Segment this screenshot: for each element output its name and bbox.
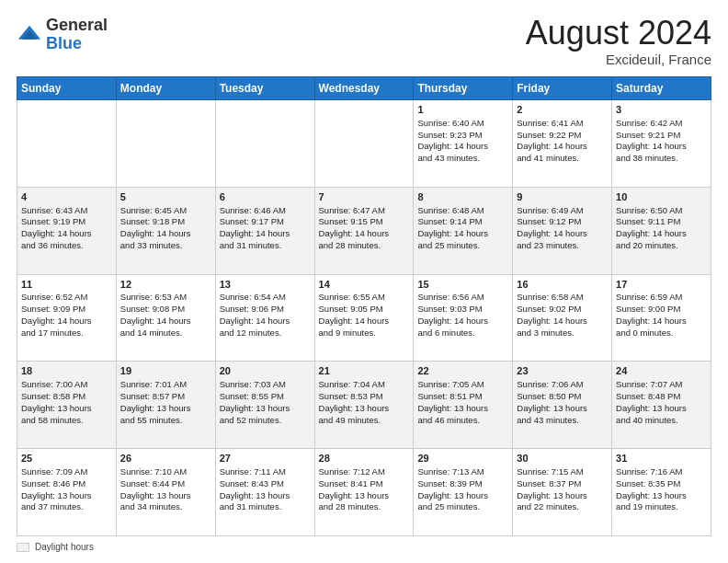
day-number: 19 [120,364,211,378]
table-row: 24Sunrise: 7:07 AMSunset: 8:48 PMDayligh… [612,362,711,449]
table-row: 12Sunrise: 6:53 AMSunset: 9:08 PMDayligh… [116,274,215,362]
table-row: 21Sunrise: 7:04 AMSunset: 8:53 PMDayligh… [314,362,414,449]
day-number: 26 [120,452,211,465]
day-number: 30 [517,452,608,465]
day-number: 27 [220,452,311,465]
day-info: Sunrise: 6:56 AMSunset: 9:03 PMDaylight:… [417,292,508,339]
day-number: 28 [319,452,410,465]
table-row: 30Sunrise: 7:15 AMSunset: 8:37 PMDayligh… [513,449,612,536]
table-row: 22Sunrise: 7:05 AMSunset: 8:51 PMDayligh… [414,362,513,449]
day-number: 31 [616,452,707,465]
col-thursday: Thursday [414,77,513,100]
day-info: Sunrise: 7:16 AMSunset: 8:35 PMDaylight:… [616,466,707,513]
day-info: Sunrise: 7:00 AMSunset: 8:58 PMDaylight:… [21,379,112,426]
day-info: Sunrise: 6:42 AMSunset: 9:21 PMDaylight:… [616,118,707,165]
calendar-week-row: 11Sunrise: 6:52 AMSunset: 9:09 PMDayligh… [17,274,711,362]
logo-blue-text: Blue [46,34,82,52]
col-saturday: Saturday [612,77,711,100]
header: General Blue August 2024 Excideuil, Fran… [17,17,711,67]
table-row: 26Sunrise: 7:10 AMSunset: 8:44 PMDayligh… [116,449,215,536]
day-info: Sunrise: 7:12 AMSunset: 8:41 PMDaylight:… [319,466,410,513]
table-row: 25Sunrise: 7:09 AMSunset: 8:46 PMDayligh… [17,449,117,536]
day-number: 3 [616,103,707,117]
day-number: 22 [417,364,508,378]
month-title: August 2024 [526,17,711,50]
day-number: 2 [517,103,608,117]
table-row: 28Sunrise: 7:12 AMSunset: 8:41 PMDayligh… [314,449,414,536]
day-info: Sunrise: 6:54 AMSunset: 9:06 PMDaylight:… [220,292,311,339]
table-row: 10Sunrise: 6:50 AMSunset: 9:11 PMDayligh… [612,187,711,274]
day-info: Sunrise: 6:47 AMSunset: 9:15 PMDaylight:… [319,205,410,252]
table-row: 17Sunrise: 6:59 AMSunset: 9:00 PMDayligh… [612,274,711,362]
table-row: 31Sunrise: 7:16 AMSunset: 8:35 PMDayligh… [612,449,711,536]
table-row: 8Sunrise: 6:48 AMSunset: 9:14 PMDaylight… [414,187,513,274]
day-number: 14 [319,278,410,292]
day-number: 4 [21,190,112,204]
table-row: 14Sunrise: 6:55 AMSunset: 9:05 PMDayligh… [314,274,414,362]
table-row: 15Sunrise: 6:56 AMSunset: 9:03 PMDayligh… [414,274,513,362]
table-row: 23Sunrise: 7:06 AMSunset: 8:50 PMDayligh… [513,362,612,449]
table-row: 4Sunrise: 6:43 AMSunset: 9:19 PMDaylight… [17,187,117,274]
day-info: Sunrise: 7:06 AMSunset: 8:50 PMDaylight:… [517,379,608,426]
logo: General Blue [17,17,108,53]
day-info: Sunrise: 6:41 AMSunset: 9:22 PMDaylight:… [517,118,608,165]
table-row: 20Sunrise: 7:03 AMSunset: 8:55 PMDayligh… [215,362,314,449]
table-row: 5Sunrise: 6:45 AMSunset: 9:18 PMDaylight… [116,187,215,274]
day-number: 15 [417,278,508,292]
table-row: 7Sunrise: 6:47 AMSunset: 9:15 PMDaylight… [314,187,414,274]
day-number: 10 [616,190,707,204]
calendar-table: Sunday Monday Tuesday Wednesday Thursday… [17,76,711,536]
table-row: 16Sunrise: 6:58 AMSunset: 9:02 PMDayligh… [513,274,612,362]
table-row: 9Sunrise: 6:49 AMSunset: 9:12 PMDaylight… [513,187,612,274]
day-info: Sunrise: 7:15 AMSunset: 8:37 PMDaylight:… [517,466,608,513]
day-number: 12 [120,278,211,292]
table-row [17,100,117,188]
day-info: Sunrise: 6:53 AMSunset: 9:08 PMDaylight:… [120,292,211,339]
table-row: 18Sunrise: 7:00 AMSunset: 8:58 PMDayligh… [17,362,117,449]
day-number: 29 [417,452,508,465]
day-info: Sunrise: 6:45 AMSunset: 9:18 PMDaylight:… [120,205,211,252]
day-info: Sunrise: 6:48 AMSunset: 9:14 PMDaylight:… [417,205,508,252]
col-sunday: Sunday [17,77,117,100]
table-row: 11Sunrise: 6:52 AMSunset: 9:09 PMDayligh… [17,274,117,362]
day-info: Sunrise: 7:13 AMSunset: 8:39 PMDaylight:… [417,466,508,513]
day-number: 25 [21,452,112,465]
day-number: 5 [120,190,211,204]
day-number: 20 [220,364,311,378]
table-row: 13Sunrise: 6:54 AMSunset: 9:06 PMDayligh… [215,274,314,362]
day-info: Sunrise: 7:11 AMSunset: 8:43 PMDaylight:… [220,466,311,513]
calendar-week-row: 25Sunrise: 7:09 AMSunset: 8:46 PMDayligh… [17,449,711,536]
day-info: Sunrise: 7:01 AMSunset: 8:57 PMDaylight:… [120,379,211,426]
day-number: 24 [616,364,707,378]
day-info: Sunrise: 6:49 AMSunset: 9:12 PMDaylight:… [517,205,608,252]
table-row: 27Sunrise: 7:11 AMSunset: 8:43 PMDayligh… [215,449,314,536]
col-friday: Friday [513,77,612,100]
calendar-header-row: Sunday Monday Tuesday Wednesday Thursday… [17,77,711,100]
table-row: 29Sunrise: 7:13 AMSunset: 8:39 PMDayligh… [414,449,513,536]
day-info: Sunrise: 6:40 AMSunset: 9:23 PMDaylight:… [417,118,508,165]
day-info: Sunrise: 6:52 AMSunset: 9:09 PMDaylight:… [21,292,112,339]
title-block: August 2024 Excideuil, France [526,17,711,67]
logo-general-text: General [46,16,108,34]
day-number: 9 [517,190,608,204]
table-row [314,100,414,188]
day-number: 18 [21,364,112,378]
table-row: 6Sunrise: 6:46 AMSunset: 9:17 PMDaylight… [215,187,314,274]
location: Excideuil, France [526,52,711,67]
day-info: Sunrise: 7:09 AMSunset: 8:46 PMDaylight:… [21,466,112,513]
table-row [116,100,215,188]
day-info: Sunrise: 6:59 AMSunset: 9:00 PMDaylight:… [616,292,707,339]
day-number: 1 [417,103,508,117]
day-number: 16 [517,278,608,292]
col-monday: Monday [116,77,215,100]
day-number: 21 [319,364,410,378]
day-number: 8 [417,190,508,204]
page: General Blue August 2024 Excideuil, Fran… [0,0,728,563]
day-info: Sunrise: 6:46 AMSunset: 9:17 PMDaylight:… [220,205,311,252]
day-number: 23 [517,364,608,378]
day-number: 6 [220,190,311,204]
day-info: Sunrise: 7:05 AMSunset: 8:51 PMDaylight:… [417,379,508,426]
day-number: 11 [21,278,112,292]
day-number: 13 [220,278,311,292]
col-tuesday: Tuesday [215,77,314,100]
